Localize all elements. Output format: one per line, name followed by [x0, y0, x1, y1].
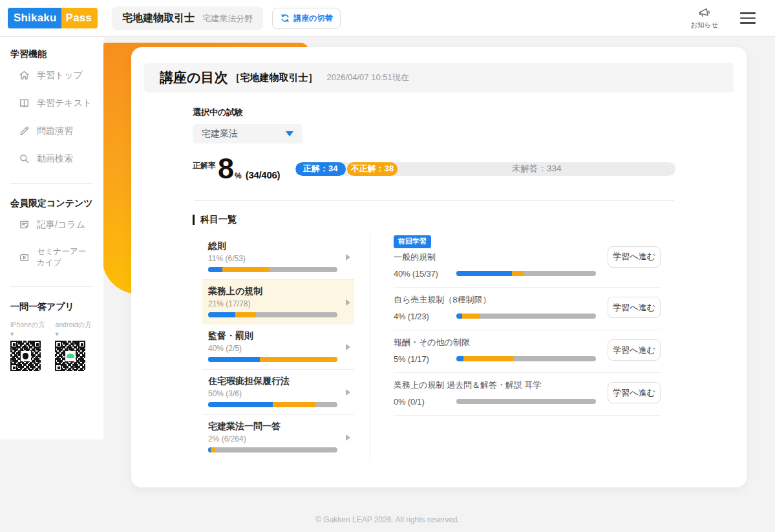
page-title-band: 講座の目次 ［宅地建物取引士］ 2026/04/07 10:51現在: [144, 63, 734, 92]
sidebar-heading-app: 一問一答アプリ: [10, 301, 93, 313]
chevron-right-icon: [346, 434, 350, 441]
score-label: 正解率: [193, 160, 216, 171]
sidebar-item-seminar-archive[interactable]: セミナーアーカイブ: [10, 239, 93, 276]
subject-title: 業務上の規制: [208, 286, 337, 297]
subject-progress-bar: [208, 357, 337, 362]
subject-progress-bar: [208, 312, 337, 317]
subject-title: 監督・罰則: [208, 330, 337, 342]
page-title: 講座の目次: [160, 69, 228, 87]
logo-part-orange: Pass: [61, 8, 98, 28]
vertical-divider: [370, 235, 370, 460]
exam-select[interactable]: 宅建業法: [193, 124, 303, 144]
lesson-progress-bar: [456, 399, 596, 404]
subject-row-sousoku[interactable]: 総則 11% (6/53): [202, 235, 354, 280]
lesson-stats: 4% (1/23): [394, 312, 456, 321]
correct-chip: 正解：34: [295, 162, 346, 176]
main-card: 講座の目次 ［宅地建物取引士］ 2026/04/07 10:51現在 選択中の試…: [131, 47, 747, 487]
app-header: Shikaku Pass 宅地建物取引士 宅建業法分野 講座の切替 お知らせ: [0, 0, 775, 37]
pencil-icon: [18, 125, 30, 137]
lesson-title: 一般的規制: [394, 251, 596, 263]
subject-stats: 40% (2/5): [208, 344, 337, 353]
unanswered-label: 未解答：334: [398, 162, 675, 176]
app-logo[interactable]: Shikaku Pass: [8, 8, 98, 28]
search-icon: [18, 153, 30, 165]
sidebar-divider: [10, 286, 93, 287]
score-unit: %: [235, 171, 242, 180]
go-to-learning-button[interactable]: 学習へ進む: [608, 382, 661, 403]
chevron-right-icon: [346, 344, 350, 350]
chevron-right-icon: [346, 254, 350, 261]
subject-row-jutaku[interactable]: 住宅瑕疵担保履行法 50% (3/6): [202, 370, 354, 415]
qr-code-row: iPhoneの方 ▾ androidの方 ▾: [10, 321, 93, 371]
subject-row-ichimon[interactable]: 宅建業法一問一答 2% (6/264): [202, 415, 354, 460]
android-app-label[interactable]: androidの方 ▾: [55, 321, 93, 337]
chevron-right-icon: [346, 389, 350, 396]
lesson-progress-bar: [456, 271, 596, 276]
chevron-down-icon: [286, 131, 293, 136]
menu-hamburger-icon[interactable]: [738, 10, 758, 27]
last-learned-badge: 前回学習: [394, 235, 431, 248]
lesson-row: 自ら売主規制（8種制限） 4% (1/23) 学習へ進む: [394, 288, 661, 330]
sidebar: 学習機能 学習トップ 学習テキスト 問題演習 動画検索 会員限定コンテンツ 記事…: [0, 37, 103, 440]
sidebar-divider: [10, 183, 93, 184]
sidebar-item-label: セミナーアーカイブ: [37, 246, 93, 268]
iphone-app-label[interactable]: iPhoneの方 ▾: [10, 321, 47, 337]
course-title: 宅地建物取引士: [122, 12, 195, 25]
subject-stats: 11% (6/53): [208, 254, 337, 263]
incorrect-chip: 不正解：38: [347, 162, 398, 176]
score-progress-bar: 正解：34 不正解：38 未解答：334: [295, 162, 675, 176]
score-left: 正解率 8 % (34/406): [193, 156, 295, 181]
qr-code-android: [55, 341, 85, 371]
book-icon: [18, 97, 30, 109]
notifications-button[interactable]: お知らせ: [690, 6, 718, 30]
subjects-heading: 科目一覧: [193, 214, 675, 226]
lesson-row: 前回学習 一般的規制 40% (15/37) 学習へ進む: [394, 235, 661, 288]
go-to-learning-button[interactable]: 学習へ進む: [608, 246, 661, 268]
go-to-learning-button[interactable]: 学習へ進む: [608, 297, 661, 318]
lesson-stats: 0% (0/1): [394, 397, 456, 407]
apple-logo-icon: [21, 351, 31, 361]
subject-title: 住宅瑕疵担保履行法: [208, 376, 337, 387]
go-to-learning-button[interactable]: 学習へ進む: [608, 339, 661, 361]
notifications-label: お知らせ: [690, 21, 718, 30]
sidebar-item-label: 記事/コラム: [37, 219, 85, 231]
lesson-progress-bar: [456, 356, 596, 361]
qr-finder: [10, 364, 17, 371]
subject-row-kantoku[interactable]: 監督・罰則 40% (2/5): [202, 325, 354, 370]
qr-code-iphone: [10, 341, 41, 371]
qr-finder: [55, 364, 62, 371]
heading-tick: [193, 215, 195, 225]
page-title-bracket: ［宅地建物取引士］: [231, 72, 318, 84]
sidebar-item-learning-top[interactable]: 学習トップ: [10, 61, 93, 89]
sidebar-item-exercises[interactable]: 問題演習: [10, 117, 93, 145]
lesson-list: 前回学習 一般的規制 40% (15/37) 学習へ進む 自ら売主規制（8種: [394, 235, 675, 460]
lesson-title: 報酬・その他の制限: [394, 337, 596, 348]
lesson-stats: 40% (15/37): [394, 269, 456, 279]
video-icon: [18, 251, 30, 264]
subject-title: 宅建業法一問一答: [208, 421, 337, 432]
subject-progress-bar: [208, 267, 337, 272]
score-fraction: (34/406): [246, 169, 280, 180]
sidebar-heading-members: 会員限定コンテンツ: [10, 198, 93, 209]
sidebar-item-learning-text[interactable]: 学習テキスト: [10, 89, 93, 117]
subject-row-gyoumu-selected[interactable]: 業務上の規制 21% (17/78): [202, 280, 354, 325]
divider: [194, 200, 674, 201]
qr-finder: [10, 341, 17, 348]
logo-part-blue: Shikaku: [8, 8, 61, 28]
copyright: © Gakken LEAP 2026. All rights reserved.: [0, 515, 775, 524]
subject-progress-bar: [208, 447, 337, 452]
score-percent: 8: [218, 156, 234, 181]
header-right: お知らせ: [690, 6, 758, 30]
lesson-title: 自ら売主規制（8種制限）: [394, 294, 596, 306]
qr-block-android: androidの方 ▾: [55, 321, 93, 371]
exam-select-value: 宅建業法: [202, 128, 238, 140]
switch-course-button[interactable]: 講座の切替: [272, 8, 341, 29]
score-summary: 正解率 8 % (34/406) 正解：34 不正解：38 未解答：334: [193, 156, 675, 181]
sidebar-item-label: 動画検索: [37, 153, 73, 165]
subject-title: 総則: [208, 240, 337, 252]
sidebar-item-video-search[interactable]: 動画検索: [10, 145, 93, 173]
timestamp: 2026/04/07 10:51現在: [327, 72, 409, 83]
qr-block-iphone: iPhoneの方 ▾: [10, 321, 47, 371]
subject-stats: 2% (6/264): [208, 434, 337, 443]
sidebar-item-articles[interactable]: 記事/コラム: [10, 211, 93, 239]
